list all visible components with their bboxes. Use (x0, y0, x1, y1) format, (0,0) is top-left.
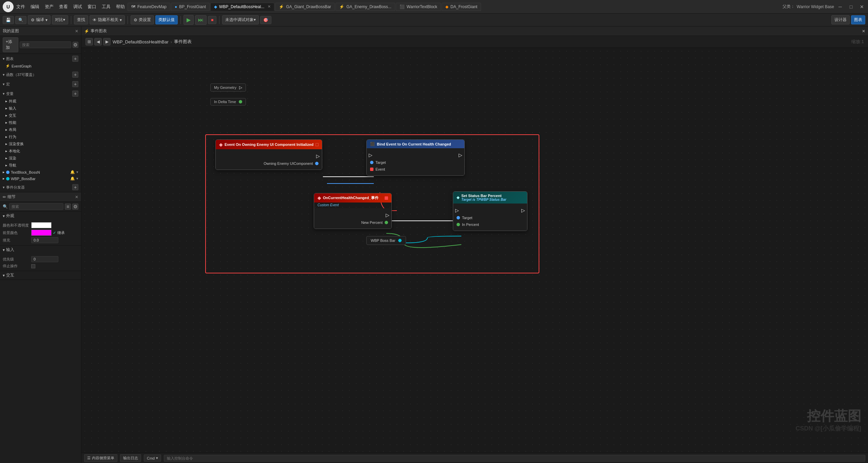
tab-close-btn[interactable]: ✕ (268, 4, 271, 9)
designer-btn[interactable]: 设计器 (831, 15, 850, 24)
debug-target-dropdown[interactable]: 未选中调试对象▾ (222, 15, 259, 24)
var-wbp-bossbar[interactable]: ▸ WBP_BossBar 🔔 ▾ (0, 175, 81, 182)
padding-input[interactable] (31, 237, 58, 243)
var-render-transform[interactable]: ▸渲染变换 (0, 140, 81, 148)
cmd-input[interactable] (164, 455, 865, 462)
my-blueprints-close[interactable]: ✕ (75, 29, 78, 34)
nav-forward-btn[interactable]: ▶ (103, 38, 111, 45)
input-section-header[interactable]: ▾ 输入 (0, 246, 81, 254)
event-owning-enemy-node[interactable]: ◆ Event On Owning Enemy UI Component Ini… (215, 139, 322, 170)
arrow-icon[interactable]: ▾ (76, 170, 78, 174)
variables-section-header[interactable]: ▾ 变量 + (0, 90, 81, 98)
class-settings-btn[interactable]: ⚙ 类设置 (131, 15, 154, 24)
tab-icon: ⚡ (339, 4, 344, 9)
on-current-health-node[interactable]: ◆ OnCurrentHealthChanged_事件 Custom Event… (314, 193, 392, 229)
var-layout[interactable]: ▸布局 (0, 126, 81, 133)
menu-file[interactable]: 文件 (16, 4, 25, 10)
play-btn[interactable]: ▶ (184, 15, 194, 25)
add-variable-section-btn[interactable]: + (72, 91, 78, 97)
save-btn[interactable]: 💾 (3, 16, 14, 24)
find-in-blueprints-btn[interactable]: 🔍 (15, 16, 26, 24)
bind-event-node[interactable]: ⬛ Bind Event to On Current Health Change… (366, 139, 465, 176)
compile-label: 编译 (36, 17, 44, 23)
nav-arrows: ⊞ ◀ ▶ (85, 38, 111, 45)
tab-bp-frost-giant[interactable]: ● BP_FrostGiant (171, 3, 210, 11)
var-render[interactable]: ▸渲染 (0, 155, 81, 162)
diff-btn[interactable]: 对比▾ (52, 15, 68, 24)
chevron-appearance-icon: ▾ (3, 214, 5, 218)
menu-help[interactable]: 帮助 (116, 4, 125, 10)
functions-section-header[interactable]: ▾ 函数（37可覆盖） + (0, 71, 81, 79)
add-graph-btn[interactable]: + (72, 56, 78, 62)
tab-feature-dev-map[interactable]: 🗺 FeatureDevMap (128, 3, 170, 11)
bell-icon[interactable]: 🔔 (70, 170, 75, 174)
arrow-icon2[interactable]: ▾ (76, 176, 78, 181)
add-dispatcher-btn[interactable]: + (72, 184, 78, 190)
interaction-section-header[interactable]: ▾ 交互 (0, 271, 81, 279)
debug-extra-btn[interactable]: 🎯 (260, 16, 271, 24)
set-status-bar-node[interactable]: ◆ Set Status Bar Percent Target is TPWBP… (453, 191, 527, 231)
compile-btn[interactable]: ⚙ 编译 ▾ (28, 15, 51, 24)
stop-btn[interactable]: ■ (208, 16, 216, 24)
macros-section-header[interactable]: ▾ 宏 + (0, 80, 81, 88)
color-opacity-swatch[interactable] (31, 222, 52, 228)
class-defaults-btn[interactable]: 类默认值 (155, 15, 178, 24)
var-performance[interactable]: ▸性能 (0, 119, 81, 126)
add-variable-btn[interactable]: +添加 (3, 37, 18, 52)
content-drawer-btn[interactable]: ☰ 内容侧滑菜单 (84, 454, 117, 462)
event-owning-close[interactable]: □ (315, 142, 318, 147)
menu-debug[interactable]: 调试 (73, 4, 82, 10)
tab-ga-enemy[interactable]: ⚡ GA_Enemy_DrawBoss... (335, 3, 395, 11)
wbp-boss-bar-node[interactable]: WBP Boss Bar (366, 236, 406, 245)
bp-search-input[interactable] (20, 41, 71, 48)
cmd-btn[interactable]: Cmd ▾ (144, 455, 161, 462)
details-close-btn[interactable]: ✕ (75, 195, 78, 199)
var-behavior[interactable]: ▸行为 (0, 133, 81, 140)
play-next-btn[interactable]: ⏭ (195, 15, 207, 25)
menu-tools[interactable]: 工具 (102, 4, 111, 10)
padding-row: 填充 (3, 236, 78, 244)
output-log-btn[interactable]: 输出日志 (120, 454, 141, 462)
bell-icon2[interactable]: 🔔 (70, 176, 75, 181)
hide-unrelated-btn[interactable]: 👁 隐藏不相关 ▾ (90, 15, 125, 24)
menu-view[interactable]: 查看 (59, 4, 68, 10)
details-search-input[interactable] (9, 203, 63, 210)
add-function-btn[interactable]: + (72, 72, 78, 78)
blueprint-canvas[interactable]: My Geometry ▷ In Delta Time ◆ Event On O… (81, 48, 868, 453)
appearance-section-header[interactable]: ▾ 外观 (0, 212, 81, 220)
minimize-btn[interactable]: ─ (837, 3, 844, 10)
tab-ga-giant[interactable]: ⚡ GA_Giant_DrawBossBar (275, 3, 335, 11)
nav-grid-btn[interactable]: ⊞ (85, 38, 93, 45)
search-btn[interactable]: 查找 (74, 15, 88, 24)
tab-da-frost-giant[interactable]: ◆ DA_FrostGiant (442, 3, 481, 11)
var-interaction[interactable]: ▸交互 (0, 112, 81, 119)
tab-warrior-textblock[interactable]: ⬛ WarriorTextBlock (396, 3, 441, 11)
var-localization[interactable]: ▸本地化 (0, 148, 81, 155)
tab-wbp-default-boss-health[interactable]: ◆ WBP_DefaultBossHeal... ✕ (210, 3, 274, 11)
details-list-view[interactable]: ≡ (65, 204, 71, 210)
eg-close-btn[interactable]: ✕ (862, 29, 865, 34)
menu-assets[interactable]: 资产 (45, 4, 54, 10)
bp-settings-btn[interactable]: ⚙ (73, 42, 78, 48)
foreground-color-swatch[interactable] (31, 230, 52, 236)
var-appearance[interactable]: ▸外观 (0, 98, 81, 105)
var-navigation[interactable]: ▸导航 (0, 162, 81, 169)
graph-btn[interactable]: 图表 (851, 15, 865, 24)
var-input[interactable]: ▸输入 (0, 105, 81, 112)
close-btn[interactable]: ✕ (859, 3, 865, 10)
breadcrumb-event-graph[interactable]: 事件图表 (174, 39, 192, 45)
menu-edit[interactable]: 编辑 (31, 4, 39, 10)
expand-icon: ▸ (3, 170, 5, 174)
nav-back-btn[interactable]: ◀ (94, 38, 102, 45)
priority-input[interactable] (31, 256, 58, 262)
var-textblock-bossn[interactable]: ▸ TextBlock_BossN 🔔 ▾ (0, 169, 81, 175)
graphs-section-header[interactable]: ▾ 图表 + (0, 55, 81, 63)
breadcrumb-blueprint[interactable]: WBP_DefaultBossHealthBar (113, 39, 169, 44)
add-macro-btn[interactable]: + (72, 81, 78, 87)
menu-window[interactable]: 窗口 (88, 4, 96, 10)
event-dispatchers-header[interactable]: ▾ 事件分发器 + (0, 183, 81, 191)
details-settings[interactable]: ⚙ (72, 204, 78, 210)
maximize-btn[interactable]: □ (848, 3, 854, 10)
stop-action-checkbox[interactable] (31, 264, 35, 268)
event-graph-item[interactable]: ⚡ EventGraph (0, 63, 81, 69)
